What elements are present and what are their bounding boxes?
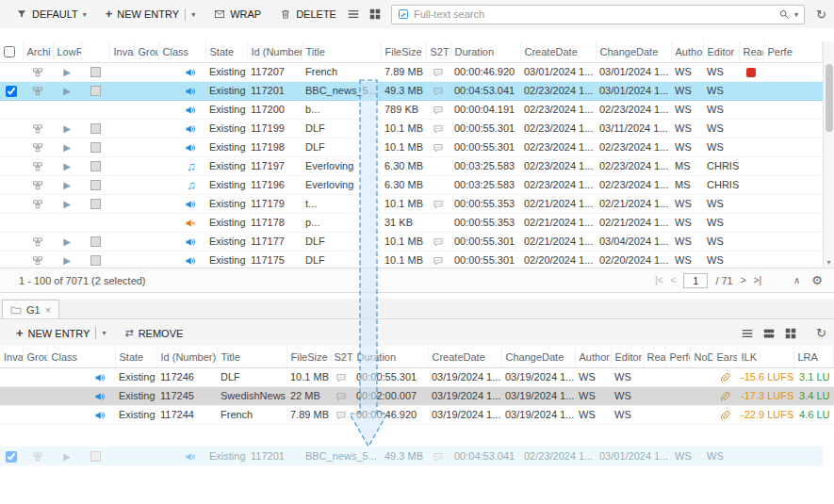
- column-header-author[interactable]: Author: [671, 41, 703, 62]
- cell-filesize: 10.1 MB: [381, 119, 426, 138]
- play-icon[interactable]: ▶: [63, 123, 71, 134]
- column-header-s2t[interactable]: S2T: [426, 41, 450, 62]
- row-checkbox[interactable]: [6, 86, 17, 97]
- prev-page-button[interactable]: <: [671, 275, 677, 285]
- column-header-title[interactable]: Title: [302, 41, 381, 62]
- column-header-filesize[interactable]: FileSize: [286, 347, 330, 367]
- column-header-class[interactable]: Class: [158, 41, 205, 62]
- rows-view-icon[interactable]: [762, 327, 776, 340]
- table-row[interactable]: ▶♫Existing117196Everloving6.30 MB00:03:2…: [0, 175, 823, 194]
- play-icon[interactable]: ▶: [63, 199, 71, 209]
- vertical-scrollbar[interactable]: ▾: [823, 41, 834, 268]
- remove-button[interactable]: ⇄ REMOVE: [116, 323, 191, 343]
- column-header-changedate[interactable]: ChangeDate: [501, 347, 575, 367]
- column-header-editor[interactable]: Editor: [611, 347, 643, 367]
- table-row[interactable]: ▶Existing117198DLF10.1 MB00:00:55.30102/…: [0, 138, 823, 156]
- table-row[interactable]: ▶♫Existing117197Everloving6.30 MB00:03:2…: [0, 156, 823, 175]
- table-row[interactable]: ▶Existing117201BBC_news_5...49.3 MB00:04…: [0, 447, 823, 465]
- first-page-button[interactable]: |<: [655, 275, 662, 285]
- column-header-duration[interactable]: Duration: [352, 347, 428, 367]
- table-row[interactable]: Existing117245SwedishNews22 MB00:02:00.0…: [0, 386, 834, 405]
- column-header-perfe[interactable]: Perfe: [763, 41, 823, 62]
- delete-button[interactable]: DELETE: [271, 5, 345, 24]
- table-row[interactable]: ▶Existing117201BBC_news_5...49.3 MB00:04…: [0, 81, 823, 100]
- column-header-changedate[interactable]: ChangeDate: [596, 41, 671, 62]
- column-header-grou[interactable]: Grou: [23, 347, 47, 367]
- refresh-icon[interactable]: ↻: [816, 326, 826, 340]
- column-header-state[interactable]: State: [115, 347, 156, 367]
- scrollbar-thumb[interactable]: [826, 64, 833, 132]
- table-row[interactable]: Existing117244French7.89 MB00:00:46.9200…: [0, 405, 834, 424]
- column-header-id-number-[interactable]: Id (Number): [156, 347, 217, 367]
- search-options-chevron-icon[interactable]: ▾: [794, 10, 798, 19]
- column-header-editor[interactable]: Editor: [703, 41, 739, 62]
- column-header-state[interactable]: State: [205, 41, 247, 62]
- table-row[interactable]: ▶Existing117179t...10.1 MB00:00:55.35302…: [0, 194, 823, 213]
- refresh-icon[interactable]: ↻: [816, 8, 826, 22]
- column-header-col-0[interactable]: [0, 41, 23, 62]
- column-header-col-3[interactable]: [81, 41, 109, 62]
- column-header-author[interactable]: Author: [575, 347, 611, 367]
- column-header-archi[interactable]: Archi: [23, 41, 53, 62]
- column-header-ears[interactable]: Ears: [712, 347, 737, 367]
- column-header-inval[interactable]: Inval: [109, 41, 134, 62]
- column-header-lowres[interactable]: LowRes: [53, 41, 81, 62]
- last-page-button[interactable]: >|: [754, 275, 761, 285]
- cell-id: 117245: [156, 386, 217, 405]
- column-header-ilk[interactable]: ILK: [737, 347, 793, 367]
- column-header-nodi[interactable]: NoDi: [690, 347, 712, 367]
- column-header-inval[interactable]: Inval: [0, 347, 23, 367]
- column-header-grou[interactable]: Grou: [134, 41, 158, 62]
- search-icon[interactable]: [778, 8, 790, 20]
- column-header-duration[interactable]: Duration: [450, 41, 520, 62]
- search-input[interactable]: [414, 8, 774, 20]
- table-row[interactable]: ▶Existing117175DLF10.1 MB00:00:55.30102/…: [0, 251, 823, 268]
- new-entry-button[interactable]: + NEW ENTRY ▾: [97, 5, 204, 24]
- play-icon[interactable]: ▶: [63, 161, 71, 171]
- full-text-search-box[interactable]: ▾: [391, 5, 805, 24]
- column-header-read[interactable]: Read: [739, 41, 763, 62]
- settings-gear-icon[interactable]: ⚙: [811, 273, 823, 287]
- collapse-panel-icon[interactable]: ∧: [793, 275, 800, 285]
- column-header-filesize[interactable]: FileSize: [381, 41, 426, 62]
- column-header-createdate[interactable]: CreateDate: [428, 347, 501, 367]
- column-header-read[interactable]: Read: [643, 347, 665, 367]
- cell-lra: 3.1 LU: [793, 367, 834, 386]
- tab-close-icon[interactable]: ×: [45, 304, 51, 316]
- column-header-id-number-[interactable]: Id (Number): [247, 41, 302, 62]
- grid-view-icon[interactable]: [368, 8, 382, 21]
- column-header-createdate[interactable]: CreateDate: [520, 41, 596, 62]
- row-checkbox[interactable]: [6, 451, 17, 463]
- table-row[interactable]: ▶Existing117199DLF10.1 MB00:00:55.30102/…: [0, 119, 823, 138]
- column-header-s2t[interactable]: S2T: [330, 347, 352, 367]
- play-icon[interactable]: ▶: [63, 67, 71, 77]
- play-icon[interactable]: ▶: [63, 180, 71, 190]
- wrap-button[interactable]: WRAP: [205, 5, 270, 24]
- scroll-down-icon[interactable]: ▾: [824, 258, 834, 267]
- filter-default-button[interactable]: DEFAULT ▾: [8, 5, 95, 24]
- new-entry-button-bottom[interactable]: + NEW ENTRY ▾: [8, 323, 114, 343]
- play-icon[interactable]: ▶: [63, 451, 71, 462]
- table-row[interactable]: ▶Existing117207French7.89 MB00:00:46.920…: [0, 62, 823, 81]
- column-header-perfe[interactable]: Perfe: [665, 347, 690, 367]
- table-row[interactable]: ▶Existing117177DLF10.1 MB00:00:55.30102/…: [0, 232, 823, 251]
- page-number-input[interactable]: [683, 273, 708, 288]
- table-row[interactable]: Existing117246DLF10.1 MB00:00:55.30103/1…: [0, 367, 834, 386]
- table-row[interactable]: Existing117178p...31 KB00:00:55.35302/21…: [0, 213, 823, 232]
- column-header-title[interactable]: Title: [217, 347, 286, 367]
- play-icon[interactable]: ▶: [63, 86, 71, 96]
- cell-grou: [134, 100, 158, 119]
- play-icon[interactable]: ▶: [63, 142, 71, 153]
- next-page-button[interactable]: >: [741, 275, 746, 285]
- play-icon[interactable]: ▶: [63, 255, 71, 266]
- list-view-icon[interactable]: [347, 8, 360, 21]
- play-icon[interactable]: ▶: [63, 236, 71, 247]
- list-view-icon[interactable]: [741, 327, 754, 340]
- tab-g1[interactable]: G1 ×: [2, 300, 59, 318]
- select-all-checkbox[interactable]: [4, 46, 15, 57]
- column-header-lra[interactable]: LRA: [793, 347, 834, 367]
- table-row[interactable]: Existing117200b...789 KB00:00:04.19102/2…: [0, 100, 823, 119]
- grid-view-icon[interactable]: [784, 327, 797, 340]
- column-header-class[interactable]: Class: [47, 347, 115, 367]
- audio-icon: [185, 123, 196, 135]
